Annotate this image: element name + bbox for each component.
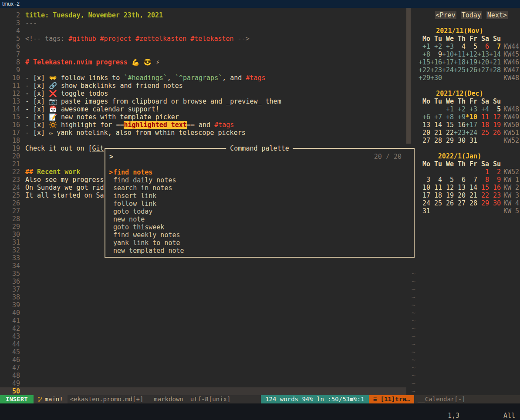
palette-item[interactable]: new note	[105, 215, 414, 223]
calendar-day[interactable]: 30	[454, 137, 466, 144]
calendar-day[interactable]: 16	[454, 121, 466, 129]
calendar-day[interactable]: +30	[430, 74, 442, 82]
calendar-day[interactable]: 31	[466, 137, 477, 144]
calendar-day[interactable]: 20	[419, 129, 430, 137]
calendar-day[interactable]: 25	[430, 199, 442, 207]
editor-line[interactable]: 34	[0, 262, 406, 270]
calendar-day[interactable]: 1	[477, 168, 489, 176]
calendar-day[interactable]: +1	[419, 43, 430, 50]
editor-line[interactable]: 12- [x] ❌ toggle todos	[0, 90, 406, 97]
calendar-day[interactable]: +21	[489, 58, 501, 66]
editor-line[interactable]: 6	[0, 43, 406, 50]
calendar-day[interactable]: 26	[489, 129, 501, 137]
editor-line[interactable]: 7	[0, 50, 406, 58]
calendar-day[interactable]: 31	[419, 207, 430, 215]
editor-line[interactable]: 4	[0, 27, 406, 35]
calendar-day[interactable]: +15	[419, 58, 430, 66]
calendar-day[interactable]: +3	[442, 43, 454, 50]
calendar-day[interactable]: +2	[430, 43, 442, 50]
calendar-day[interactable]: 10	[419, 184, 430, 192]
calendar-day[interactable]: 23	[489, 192, 501, 199]
calendar-day[interactable]: 9	[430, 50, 442, 58]
calendar-day[interactable]: +16	[430, 58, 442, 66]
calendar-day[interactable]: +22	[419, 66, 430, 74]
palette-item[interactable]: yank link to note	[105, 239, 414, 247]
calendar-day[interactable]: +17	[442, 58, 454, 66]
palette-item[interactable]: >find notes	[105, 168, 414, 176]
calendar-day[interactable]: 5	[442, 176, 454, 184]
calendar-day[interactable]: +9	[454, 113, 466, 121]
editor-line[interactable]: 46	[0, 356, 406, 364]
editor-line[interactable]: 11- [x] 🔗 show backlinks and friend note…	[0, 82, 406, 90]
calendar-day[interactable]: 8	[477, 176, 489, 184]
calendar-day[interactable]: +13	[477, 50, 489, 58]
editor-line[interactable]: 37	[0, 286, 406, 293]
editor-line[interactable]: 47	[0, 364, 406, 372]
calendar-day[interactable]: 14	[430, 121, 442, 129]
calendar-day[interactable]: +25	[454, 66, 466, 74]
calendar-day[interactable]: +8	[442, 113, 454, 121]
calendar-day[interactable]: 29	[477, 199, 489, 207]
calendar-day[interactable]: +8	[419, 50, 430, 58]
palette-item[interactable]: insert link	[105, 192, 414, 200]
calendar-day[interactable]: 14	[466, 184, 477, 192]
calendar-day[interactable]: +1	[442, 105, 454, 113]
calendar-day[interactable]: +23	[454, 129, 466, 137]
calendar-day[interactable]: 27	[419, 137, 430, 144]
calendar-day[interactable]: 15	[477, 184, 489, 192]
calendar-day[interactable]: +14	[489, 50, 501, 58]
calendar-day[interactable]: +4	[477, 105, 489, 113]
calendar-day[interactable]: 5	[489, 105, 501, 113]
calendar-day[interactable]: +6	[419, 113, 430, 121]
calendar-day[interactable]: 24	[419, 199, 430, 207]
calendar-day[interactable]: 26	[442, 199, 454, 207]
calendar-day[interactable]: +7	[430, 113, 442, 121]
editor-line[interactable]: 17- [x] ✏ yank notelink, also from wthin…	[0, 129, 406, 137]
palette-item[interactable]: goto today	[105, 208, 414, 215]
editor-line[interactable]: 43	[0, 333, 406, 340]
calendar-day[interactable]: 25	[477, 129, 489, 137]
editor-line[interactable]: 16- [x] 🔆 highlight for ==highlighted te…	[0, 121, 406, 129]
editor-line[interactable]: 40	[0, 309, 406, 317]
calendar-day[interactable]: 22	[477, 192, 489, 199]
calendar-day[interactable]: +27	[477, 66, 489, 74]
calendar-day[interactable]: +24	[466, 129, 477, 137]
palette-item[interactable]: search in notes	[105, 184, 414, 192]
calendar-day[interactable]: 30	[489, 199, 501, 207]
calendar-day[interactable]: +2	[454, 105, 466, 113]
calendar-day[interactable]: 4	[454, 43, 466, 50]
calendar-day[interactable]: 27	[454, 199, 466, 207]
calendar-day[interactable]: 7	[489, 43, 501, 50]
calendar-day[interactable]: +18	[454, 58, 466, 66]
calendar-day[interactable]: 13	[419, 121, 430, 129]
calendar-day[interactable]: 19	[489, 121, 501, 129]
calendar-day[interactable]: 3	[419, 176, 430, 184]
calendar-day[interactable]: 6	[454, 176, 466, 184]
calendar-day[interactable]: 22	[442, 129, 454, 137]
calendar-day[interactable]: 5	[466, 43, 477, 50]
editor-line[interactable]: 42	[0, 325, 406, 333]
calendar-day[interactable]: +24	[442, 66, 454, 74]
editor-line[interactable]: 45	[0, 348, 406, 356]
editor-line[interactable]: 10- [x] 👐 follow links to `#headings`, `…	[0, 74, 406, 82]
calendar-day[interactable]: 28	[466, 199, 477, 207]
calendar-day[interactable]: 17	[419, 192, 430, 199]
calendar-day[interactable]: 15	[442, 121, 454, 129]
editor-line[interactable]: 14- [x] 📅 awesome calendar support!	[0, 105, 406, 113]
editor-line[interactable]: 13- [x] 📷 paste images from clipboard or…	[0, 97, 406, 105]
calendar-day[interactable]: 16	[489, 184, 501, 192]
editor-line[interactable]: 48	[0, 372, 406, 380]
calendar-day[interactable]: 11	[477, 113, 489, 121]
calendar-day[interactable]: 21	[466, 192, 477, 199]
palette-search-input[interactable]: > 20 / 20	[105, 153, 414, 161]
calendar-day[interactable]: 29	[442, 137, 454, 144]
calendar-day[interactable]: 20	[454, 192, 466, 199]
editor-line[interactable]: 44	[0, 340, 406, 348]
scrollbar-thumb[interactable]	[406, 8, 411, 144]
calendar-day[interactable]: +28	[489, 66, 501, 74]
palette-item[interactable]: goto thisweek	[105, 223, 414, 231]
editor-line[interactable]: 50	[0, 387, 406, 395]
calendar-day[interactable]: +26	[466, 66, 477, 74]
editor-line[interactable]: 9	[0, 66, 406, 74]
calendar-day[interactable]: +17	[466, 121, 477, 129]
